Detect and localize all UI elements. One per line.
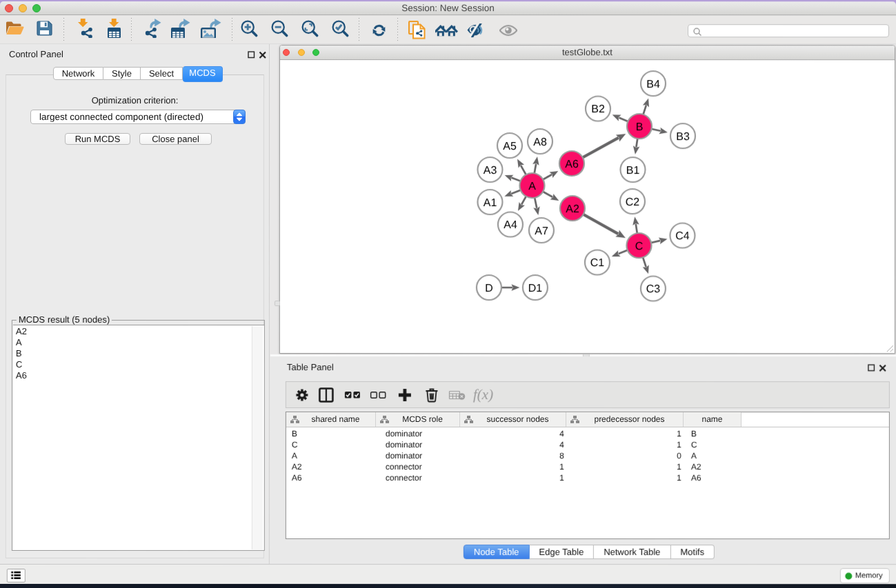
svg-text:A1: A1: [484, 197, 497, 209]
svg-text:C4: C4: [675, 230, 690, 242]
svg-text:A3: A3: [484, 165, 497, 176]
svg-text:B3: B3: [676, 131, 690, 143]
svg-text:A8: A8: [533, 136, 547, 148]
svg-text:B2: B2: [591, 103, 605, 115]
svg-text:A5: A5: [503, 141, 517, 152]
svg-text:B: B: [636, 121, 644, 133]
svg-text:A: A: [528, 181, 536, 192]
svg-text:C1: C1: [590, 257, 605, 269]
svg-text:A6: A6: [565, 159, 579, 170]
svg-text:C3: C3: [646, 283, 661, 295]
svg-text:A4: A4: [504, 219, 517, 231]
svg-text:B4: B4: [646, 79, 660, 90]
svg-text:A2: A2: [566, 203, 579, 215]
svg-text:A7: A7: [535, 225, 548, 237]
svg-text:C2: C2: [626, 196, 640, 208]
svg-text:D1: D1: [528, 283, 543, 294]
svg-text:C: C: [635, 241, 644, 252]
svg-text:D: D: [485, 283, 493, 294]
svg-text:B1: B1: [626, 165, 640, 176]
